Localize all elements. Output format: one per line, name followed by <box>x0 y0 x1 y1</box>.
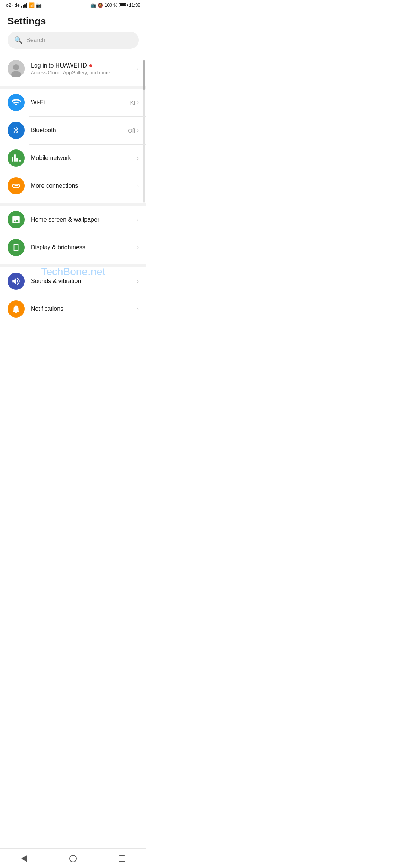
search-placeholder: Search <box>26 37 45 44</box>
home-screen-content: Home screen & wallpaper <box>31 216 131 223</box>
section-display: Home screen & wallpaper › Display & brig… <box>0 206 146 261</box>
mobile-network-title: Mobile network <box>31 155 131 161</box>
display-brightness-right: › <box>137 244 139 251</box>
settings-item-home-screen[interactable]: Home screen & wallpaper › <box>0 206 146 234</box>
section-audio: Sounds & vibration › Notifications › <box>0 267 146 323</box>
page-title: Settings <box>0 9 146 32</box>
bluetooth-right: Off › <box>128 127 139 134</box>
mobile-network-content: Mobile network <box>31 155 131 161</box>
bluetooth-icon-circle <box>8 122 25 139</box>
search-container: 🔍 Search <box>0 32 146 55</box>
settings-item-bluetooth[interactable]: Bluetooth Off › <box>0 116 146 144</box>
wifi-content: Wi-Fi <box>31 99 124 106</box>
bluetooth-value: Off <box>128 127 135 134</box>
notifications-title: Notifications <box>31 306 131 312</box>
settings-item-more-connections[interactable]: More connections › <box>0 172 146 200</box>
more-connections-content: More connections <box>31 182 131 189</box>
mobile-network-icon-circle <box>8 149 25 167</box>
bluetooth-content: Bluetooth <box>31 127 122 134</box>
carrier-text: o2 · de <box>6 3 20 8</box>
svg-point-1 <box>13 64 19 70</box>
huawei-id-subtitle: Access Cloud, AppGallery, and more <box>31 70 131 75</box>
wifi-value: KI <box>130 99 135 106</box>
settings-item-sounds[interactable]: Sounds & vibration › <box>0 267 146 295</box>
settings-item-display-brightness[interactable]: Display & brightness › <box>0 234 146 261</box>
wifi-status-icon: 📶 <box>28 2 34 8</box>
cast-icon: 📺 <box>90 3 96 8</box>
notification-dot <box>89 64 92 67</box>
battery-percent: 100 % <box>105 3 117 8</box>
settings-item-huawei-id[interactable]: Log in to HUAWEI ID Access Cloud, AppGal… <box>0 55 146 83</box>
time-display: 11:38 <box>129 3 140 8</box>
battery-icon <box>119 3 128 7</box>
home-screen-icon-circle <box>8 211 25 228</box>
mobile-network-right: › <box>137 155 139 161</box>
huawei-id-content: Log in to HUAWEI ID Access Cloud, AppGal… <box>31 62 131 75</box>
huawei-id-chevron: › <box>137 65 139 72</box>
status-bar: o2 · de 📶 📷 📺 🔕 100 % 11:38 <box>0 0 146 9</box>
display-brightness-content: Display & brightness <box>31 244 131 251</box>
bluetooth-title: Bluetooth <box>31 127 122 134</box>
more-connections-right: › <box>137 182 139 189</box>
sounds-title: Sounds & vibration <box>31 278 131 285</box>
avatar <box>8 60 25 77</box>
divider-3 <box>0 264 146 267</box>
more-connections-title: More connections <box>31 182 131 189</box>
camera-icon: 📷 <box>36 3 42 8</box>
settings-item-mobile-network[interactable]: Mobile network › <box>0 144 146 172</box>
display-brightness-icon-circle <box>8 239 25 256</box>
search-bar[interactable]: 🔍 Search <box>8 32 139 49</box>
settings-item-notifications[interactable]: Notifications › <box>0 295 146 323</box>
sounds-content: Sounds & vibration <box>31 278 131 285</box>
status-right: 📺 🔕 100 % 11:38 <box>90 3 140 8</box>
settings-item-wifi[interactable]: Wi-Fi KI › <box>0 89 146 116</box>
section-account: Log in to HUAWEI ID Access Cloud, AppGal… <box>0 55 146 83</box>
more-connections-icon-circle <box>8 177 25 194</box>
sounds-icon-circle <box>8 273 25 290</box>
wifi-title: Wi-Fi <box>31 99 124 106</box>
notifications-content: Notifications <box>31 306 131 312</box>
home-screen-title: Home screen & wallpaper <box>31 216 131 223</box>
mute-icon: 🔕 <box>98 3 103 8</box>
signal-bars-icon <box>21 3 27 8</box>
search-icon: 🔍 <box>14 36 22 44</box>
home-screen-right: › <box>137 216 139 223</box>
status-left: o2 · de 📶 📷 <box>6 2 42 8</box>
sounds-right: › <box>137 278 139 285</box>
notifications-icon-circle <box>8 300 25 318</box>
notifications-right: › <box>137 306 139 312</box>
huawei-id-title: Log in to HUAWEI ID <box>31 62 131 69</box>
section-connectivity: Wi-Fi KI › Bluetooth Off › <box>0 89 146 200</box>
divider-1 <box>0 86 146 89</box>
wifi-icon-circle <box>8 94 25 111</box>
wifi-right: KI › <box>130 99 139 106</box>
display-brightness-title: Display & brightness <box>31 244 131 251</box>
divider-2 <box>0 203 146 206</box>
